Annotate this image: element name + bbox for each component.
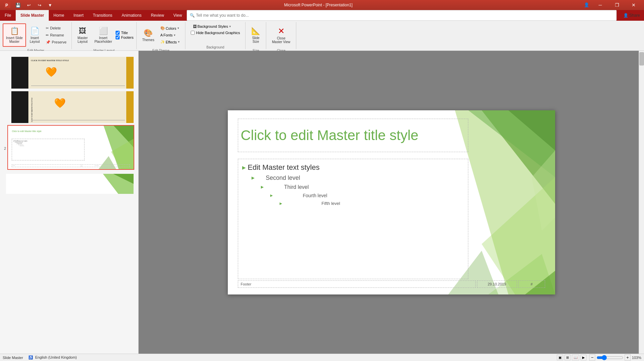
slide-content-box[interactable]: ▶ Edit Master text styles ▶ Second level…: [238, 159, 468, 279]
status-bar-right: ▣ ⊞ 📖 ▶ − + 103%: [557, 354, 641, 361]
slide-sorter-btn[interactable]: ⊞: [565, 355, 571, 360]
fonts-arrow-icon: ▼: [173, 34, 176, 37]
title-bar-left: P 💾 ↩ ↪ ▼: [3, 0, 55, 10]
zoom-in-btn[interactable]: +: [625, 354, 631, 361]
footer-text[interactable]: Footer: [238, 280, 476, 288]
footer-page[interactable]: #: [518, 280, 545, 288]
master-layout-btn[interactable]: 🖼 MasterLayout: [74, 23, 91, 47]
effects-dropdown-btn[interactable]: ✨ Effects ▼: [158, 39, 182, 45]
content-level3-text: Third level: [284, 184, 309, 190]
bullet-5-icon: ▶: [280, 202, 282, 205]
group-master-layout: 🖼 MasterLayout ⬜ InsertPlaceholder Title…: [72, 22, 137, 49]
insert-slide-master-icon: 📋: [10, 27, 19, 35]
search-input[interactable]: [196, 13, 263, 18]
thumb-footer: Footer 29.10.2019 #: [12, 164, 130, 167]
edit-master-buttons: 📋 Insert Slide Master 📄 InsertLayout ✂ D…: [2, 22, 69, 48]
insert-placeholder-icon: ⬜: [99, 27, 108, 35]
theme-options-col: 🎨 Colors ▼ A Fonts ▼ ✨ Effects ▼: [158, 25, 182, 45]
footers-checkbox[interactable]: [116, 35, 120, 39]
themes-btn[interactable]: 🎨 Themes: [139, 23, 157, 47]
tab-file[interactable]: File: [0, 10, 16, 21]
slide-panel-scroll[interactable]: CLICK TO EDIT MASTER TITLE STYLE 🧡 CLICK…: [1, 53, 137, 351]
zoom-level[interactable]: 103%: [632, 356, 641, 360]
fonts-icon: A: [160, 33, 163, 37]
svg-text:P: P: [5, 3, 8, 8]
layout-checks-col: Title Footers: [116, 31, 133, 39]
share-btn[interactable]: 👤 Share: [619, 10, 644, 21]
status-view-name: Slide Master: [3, 356, 23, 360]
search-bar[interactable]: 🔍: [187, 10, 617, 21]
slideshow-btn[interactable]: ▶: [581, 355, 587, 360]
title-checkbox[interactable]: [116, 31, 120, 35]
hide-bg-graphics-checkbox[interactable]: [191, 31, 195, 35]
canvas-area: Click to edit Master title style ▶ Edit …: [139, 51, 644, 354]
tab-transitions[interactable]: Transitions: [88, 10, 117, 21]
insert-slide-master-btn[interactable]: 📋 Insert Slide Master: [3, 23, 26, 47]
delete-btn[interactable]: ✂ Delete: [43, 25, 69, 31]
insert-layout-icon: 📄: [30, 27, 39, 35]
tab-view[interactable]: View: [169, 10, 187, 21]
colors-dropdown-btn[interactable]: 🎨 Colors ▼: [158, 25, 182, 31]
slide-thumb-2[interactable]: Click to edit Master title style ● Edit …: [7, 125, 134, 170]
hide-bg-graphics-label[interactable]: Hide Background Graphics: [191, 31, 240, 35]
status-language: ♿ English (United Kingdom): [28, 355, 77, 360]
insert-placeholder-btn[interactable]: ⬜ InsertPlaceholder: [92, 23, 115, 47]
background-label: Background: [206, 45, 224, 49]
fonts-dropdown-btn[interactable]: A Fonts ▼: [158, 32, 182, 38]
group-edit-theme: 🎨 Themes 🎨 Colors ▼ A Fonts ▼ ✨: [137, 22, 185, 49]
footers-check-label[interactable]: Footers: [116, 35, 133, 39]
background-styles-btn[interactable]: 🖼 Background Styles ▼: [191, 23, 240, 29]
tab-review[interactable]: Review: [146, 10, 169, 21]
rename-btn[interactable]: ✏ Rename: [43, 32, 69, 38]
slide-thumb-3[interactable]: [5, 173, 134, 195]
zoom-out-btn[interactable]: −: [589, 354, 595, 361]
thumb-vertical-text: CLICK TO EDIT MASTER TITLE STYLE: [31, 98, 33, 122]
slide-title-text: Click to edit Master title style: [241, 127, 419, 143]
preserve-btn[interactable]: 📌 Preserve: [43, 39, 69, 45]
edit-master-col: ✂ Delete ✏ Rename 📌 Preserve: [43, 25, 69, 45]
accessibility-icon[interactable]: ♿: [28, 355, 33, 359]
user-account[interactable]: 👤: [582, 0, 591, 9]
app-title: Microsoft PowerPoint - [Presentation1]: [55, 3, 582, 7]
save-quick-btn[interactable]: 💾: [13, 0, 23, 10]
footer-date[interactable]: 29.10.2019: [477, 280, 517, 288]
thumb-footer-line: [31, 86, 125, 86]
slide-thumb-3-container: [4, 173, 134, 197]
slide-thumb-1[interactable]: CLICK TO EDIT MASTER TITLE STYLE 🧡: [11, 56, 134, 89]
restore-btn[interactable]: ❐: [609, 0, 625, 10]
minimize-btn[interactable]: ─: [593, 0, 608, 10]
content-level1-text: Edit Master text styles: [248, 163, 320, 172]
content-level5-item: ▶ Fifth level: [280, 201, 464, 206]
undo-quick-btn[interactable]: ↩: [24, 0, 33, 10]
slide-thumb-2-container: 2 Click to edit Master title style: [4, 125, 134, 172]
title-bar: P 💾 ↩ ↪ ▼ Microsoft PowerPoint - [Presen…: [0, 0, 644, 10]
right-scrollbar[interactable]: [639, 51, 644, 354]
close-buttons: ✕ CloseMaster View: [268, 22, 294, 48]
insert-layout-btn[interactable]: 📄 InsertLayout: [27, 23, 43, 47]
content-level4-text: Fourth level: [303, 193, 327, 198]
normal-view-btn[interactable]: ▣: [557, 355, 563, 360]
close-master-view-btn[interactable]: ✕ CloseMaster View: [269, 23, 293, 47]
bullet-1-icon: ▶: [242, 165, 246, 170]
tab-slide-master[interactable]: Slide Master: [16, 10, 49, 21]
slide-size-btn[interactable]: 📐 SlideSize: [248, 23, 263, 47]
powerpoint-icon: P: [3, 0, 12, 10]
zoom-slider[interactable]: [597, 355, 623, 360]
content-level5-text: Fifth level: [322, 201, 340, 206]
svg-marker-5: [99, 156, 116, 169]
slide-thumb-1b[interactable]: CLICK TO EDIT MASTER TITLE STYLE 🧡: [11, 91, 134, 124]
tab-insert[interactable]: Insert: [69, 10, 88, 21]
thumb-green-bg: [84, 126, 134, 169]
content-level2-item: ▶ Second level: [252, 174, 464, 182]
slide-title-box[interactable]: Click to edit Master title style: [238, 119, 468, 152]
redo-quick-btn[interactable]: ↪: [35, 0, 44, 10]
thumb-heart-icon: 🧡: [45, 67, 57, 78]
tab-home[interactable]: Home: [49, 10, 69, 21]
search-icon: 🔍: [190, 13, 195, 18]
themes-icon: 🎨: [144, 29, 153, 37]
title-check-label[interactable]: Title: [116, 31, 133, 35]
close-btn[interactable]: ✕: [626, 0, 641, 10]
customize-quick-btn[interactable]: ▼: [45, 0, 55, 10]
reading-view-btn[interactable]: 📖: [572, 355, 579, 360]
tab-animations[interactable]: Animations: [117, 10, 146, 21]
